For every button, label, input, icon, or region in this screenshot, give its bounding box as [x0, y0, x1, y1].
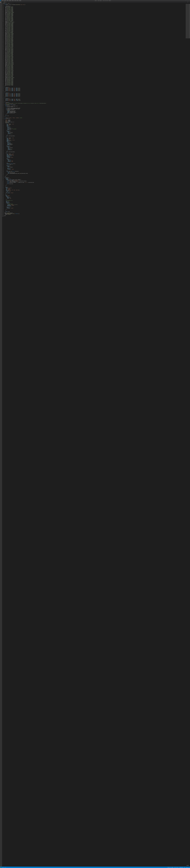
maximize-button[interactable]: □	[187, 0, 188, 1]
status-item[interactable]: { } JavaScript	[179, 867, 183, 868]
source-control-icon[interactable]: ⎇	[1, 5, 2, 6]
activity-bar: ▢ ⌕ ⎇ ▷ ⊞ ◯ ⚙	[0, 1, 2, 867]
tab-label: index.js	[4, 2, 6, 2]
menu-item[interactable]: 运行(R)	[14, 0, 16, 1]
close-button[interactable]: ✕	[188, 0, 190, 1]
line-numbers-gutter: 544 545 546 547 548 549 550 551 552 553 …	[2, 4, 4, 867]
window-title: index.js - 模板【已修改】 - Visual Studio Code …	[21, 0, 185, 1]
menu-bar: 文件(F)编辑(E)选择(S)查看(V)转到(G)运行(R)终端(T)帮助(H)	[2, 0, 21, 1]
window-controls: — □ ✕	[185, 0, 190, 1]
minimap[interactable]	[186, 4, 189, 867]
status-item[interactable]: 空格: 2	[172, 867, 174, 868]
menu-item[interactable]: 终端(T)	[16, 0, 18, 1]
editor-tabs: JS index.js ● ⫼ ⋯	[2, 1, 190, 3]
explorer-icon[interactable]: ▢	[1, 2, 2, 3]
extensions-icon[interactable]: ⊞	[1, 9, 2, 10]
menu-item[interactable]: 选择(S)	[7, 0, 9, 1]
status-bar: >< ⎇ ⊘ 0 ⚠ 0 行 885，列 1空格: 2UTF-8CRLF{ } …	[0, 867, 190, 868]
minimize-button[interactable]: —	[185, 0, 186, 1]
settings-gear-icon[interactable]: ⚙	[1, 866, 2, 867]
tab-index-js[interactable]: JS index.js ●	[2, 1, 7, 3]
js-file-icon: JS	[3, 2, 3, 2]
menu-item[interactable]: 查看(V)	[9, 0, 11, 1]
search-icon[interactable]: ⌕	[1, 3, 2, 4]
errors-indicator[interactable]: ⊘ 0	[3, 867, 4, 868]
menu-item[interactable]: 编辑(E)	[4, 0, 6, 1]
minimap-viewport[interactable]	[186, 4, 189, 38]
status-item[interactable]: 行 885，列 1	[167, 867, 171, 868]
menu-item[interactable]: 转到(G)	[12, 0, 14, 1]
titlebar: 文件(F)编辑(E)选择(S)查看(V)转到(G)运行(R)终端(T)帮助(H)…	[0, 0, 190, 1]
menu-item[interactable]: 文件(F)	[2, 0, 4, 1]
remote-indicator[interactable]: ><	[0, 867, 1, 868]
status-item[interactable]: UTF-8	[175, 867, 176, 868]
modified-indicator-icon: ●	[6, 2, 7, 2]
watermark: SENTRY	[186, 865, 189, 866]
editor-area: JS index.js ● ⫼ ⋯ 数据可视化 › JS › index.js …	[2, 1, 190, 867]
status-item[interactable]: CRLF	[177, 867, 178, 868]
run-debug-icon[interactable]: ▷	[1, 7, 2, 8]
code-editor[interactable]: (function () { var myChart = echarts.ini…	[4, 4, 186, 867]
split-editor-icon[interactable]: ⫼	[187, 2, 189, 2]
vscode-logo-icon	[0, 0, 1, 1]
menu-item[interactable]: 帮助(H)	[19, 0, 21, 1]
warnings-indicator[interactable]: ⚠ 0	[5, 867, 6, 868]
status-item[interactable]: ⊘ Port : 5500	[184, 867, 188, 868]
git-branch-indicator[interactable]: ⎇	[2, 867, 3, 868]
accounts-icon[interactable]: ◯	[1, 864, 2, 865]
status-item[interactable]: 尽 ◔	[188, 867, 189, 868]
more-actions-icon[interactable]: ⋯	[189, 2, 190, 2]
